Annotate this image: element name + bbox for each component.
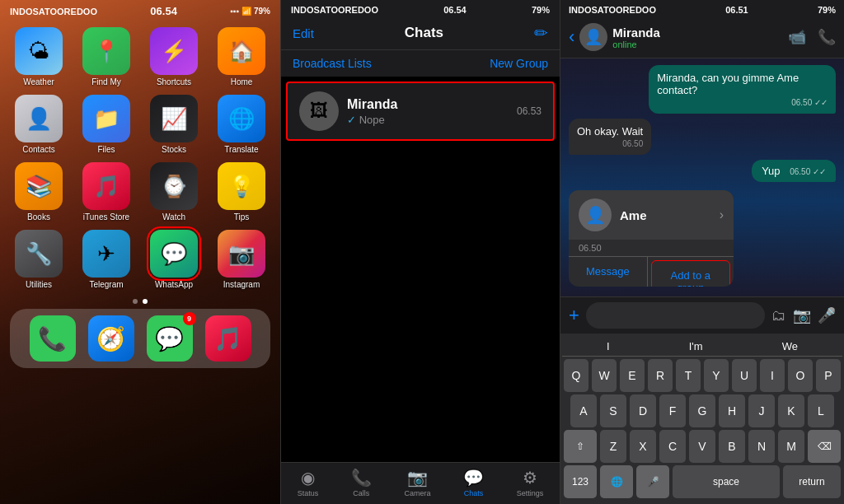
key-space[interactable]: space (673, 465, 780, 498)
tab-bar-wa: ◉ Status 📞 Calls 📷 Camera 💬 Chats ⚙ Sett… (281, 462, 560, 504)
app-itunes[interactable]: 🎵 iTunes Store (76, 162, 137, 222)
key-s[interactable]: S (600, 394, 626, 427)
app-home[interactable]: 🏠 Home (211, 27, 272, 86)
keyboard-suggestions: I I'm We (562, 337, 842, 357)
check-icon: ✓ (347, 114, 359, 126)
key-c[interactable]: C (659, 430, 686, 463)
edit-button[interactable]: Edit (293, 26, 314, 40)
key-w[interactable]: W (592, 359, 617, 392)
key-b[interactable]: B (719, 430, 745, 463)
app-whatsapp[interactable]: 💬 WhatsApp (143, 230, 204, 289)
key-l[interactable]: L (808, 394, 834, 427)
message-out-2: Yup 06.50 ✓✓ (752, 160, 836, 182)
key-x[interactable]: X (630, 430, 656, 463)
app-label-files: Files (97, 145, 115, 154)
key-t[interactable]: T (676, 359, 701, 392)
key-o[interactable]: O (788, 359, 813, 392)
message-out-1: Miranda, can you gimme Ame contact? 06.5… (649, 65, 836, 114)
app-translate[interactable]: 🌐 Translate (211, 95, 272, 154)
dock-phone[interactable]: 📞 (30, 315, 76, 362)
new-group-button[interactable]: New Group (490, 57, 548, 70)
contact-info: Miranda online (612, 26, 783, 49)
dock-music[interactable]: 🎵 (205, 315, 251, 362)
key-g[interactable]: G (689, 394, 715, 427)
back-button[interactable]: ‹ (569, 26, 574, 48)
message-contact-button[interactable]: Message (569, 257, 648, 287)
voice-call-icon[interactable]: 📞 (818, 28, 836, 46)
chat-nav: ‹ 👤 Miranda online 📹 📞 (560, 18, 844, 58)
key-n[interactable]: N (748, 430, 775, 463)
camera-button[interactable]: 📷 (793, 306, 811, 324)
key-y[interactable]: Y (704, 359, 729, 392)
chats-tab-label: Chats (464, 489, 484, 497)
key-shift[interactable]: ⇧ (564, 430, 597, 463)
app-stocks[interactable]: 📈 Stocks (143, 95, 204, 154)
chat-item-miranda[interactable]: 🖼 Miranda ✓ Nope 06.53 (286, 82, 555, 141)
sticker-button[interactable]: 🗂 (771, 307, 786, 324)
app-contacts[interactable]: 👤 Contacts (8, 95, 69, 154)
key-dictation[interactable]: 🎤 (636, 465, 669, 498)
key-k[interactable]: K (778, 394, 804, 427)
app-files[interactable]: 📁 Files (76, 95, 137, 154)
contact-avatar: 👤 (579, 23, 607, 51)
suggestion-2[interactable]: I'm (689, 340, 703, 352)
suggestion-1[interactable]: I (607, 340, 610, 352)
app-tips[interactable]: 💡 Tips (211, 162, 272, 222)
video-call-icon[interactable]: 📹 (788, 28, 806, 46)
message-input[interactable] (586, 302, 765, 329)
app-telegram[interactable]: ✈ Telegram (76, 230, 137, 289)
mic-button[interactable]: 🎤 (818, 306, 836, 324)
double-check-icon: ✓✓ (814, 98, 828, 107)
key-e[interactable]: E (620, 359, 645, 392)
app-books[interactable]: 📚 Books (8, 162, 69, 222)
key-m[interactable]: M (778, 430, 804, 463)
carrier-chat: INDOSATOOREDOO (569, 5, 656, 15)
carrier-home: INDOSATOOREDOO (10, 7, 97, 16)
tab-calls[interactable]: 📞 Calls (351, 468, 372, 497)
dock-messages[interactable]: 💬 9 (147, 315, 193, 362)
key-r[interactable]: R (648, 359, 673, 392)
key-globe[interactable]: 🌐 (600, 465, 633, 498)
key-a[interactable]: A (570, 394, 597, 427)
app-label-utilities: Utilities (26, 280, 52, 289)
compose-button[interactable]: ✏ (534, 23, 548, 43)
app-icon-stocks: 📈 (150, 95, 198, 142)
app-label-findmy: Find My (91, 77, 121, 86)
key-i[interactable]: I (760, 359, 785, 392)
key-v[interactable]: V (689, 430, 715, 463)
chat-messages: Miranda, can you gimme Ame contact? 06.5… (560, 58, 844, 296)
message-text-2: Oh okay. Wait (577, 125, 643, 138)
app-icon-itunes: 🎵 (82, 162, 130, 210)
tab-settings[interactable]: ⚙ Settings (517, 468, 544, 497)
key-d[interactable]: D (630, 394, 656, 427)
tab-camera[interactable]: 📷 Camera (404, 468, 430, 497)
suggestion-3[interactable]: We (782, 340, 798, 352)
key-u[interactable]: U (732, 359, 757, 392)
app-utilities[interactable]: 🔧 Utilities (8, 230, 69, 289)
key-q[interactable]: Q (564, 359, 588, 392)
add-to-group-button[interactable]: Add to a group (651, 260, 731, 287)
tab-chats[interactable]: 💬 Chats (463, 468, 484, 497)
attachment-button[interactable]: + (569, 305, 579, 326)
app-findmy[interactable]: 📍 Find My (76, 27, 137, 86)
app-instagram[interactable]: 📷 Instagram (211, 230, 272, 289)
app-watch[interactable]: ⌚ Watch (143, 162, 204, 222)
dock-safari[interactable]: 🧭 (88, 315, 134, 362)
broadcast-lists-link[interactable]: Broadcast Lists (293, 57, 372, 70)
key-return[interactable]: return (783, 465, 841, 498)
chats-nav: Edit Chats ✏ (281, 18, 560, 50)
app-weather[interactable]: 🌤 Weather (8, 27, 69, 86)
message-time-2: 06.50 (577, 139, 643, 148)
key-p[interactable]: P (816, 359, 841, 392)
key-h[interactable]: H (719, 394, 745, 427)
status-tab-label: Status (298, 489, 319, 497)
app-grid: 🌤 Weather 📍 Find My ⚡ Shortcuts 🏠 Home 👤… (0, 21, 280, 296)
app-shortcuts[interactable]: ⚡ Shortcuts (143, 27, 204, 86)
key-z[interactable]: Z (600, 430, 626, 463)
keyboard: I I'm We Q W E R T Y U I O P A S D F (560, 334, 844, 504)
key-backspace[interactable]: ⌫ (808, 430, 841, 463)
key-j[interactable]: J (748, 394, 775, 427)
tab-status[interactable]: ◉ Status (298, 468, 319, 497)
key-123[interactable]: 123 (564, 465, 597, 498)
key-f[interactable]: F (659, 394, 686, 427)
